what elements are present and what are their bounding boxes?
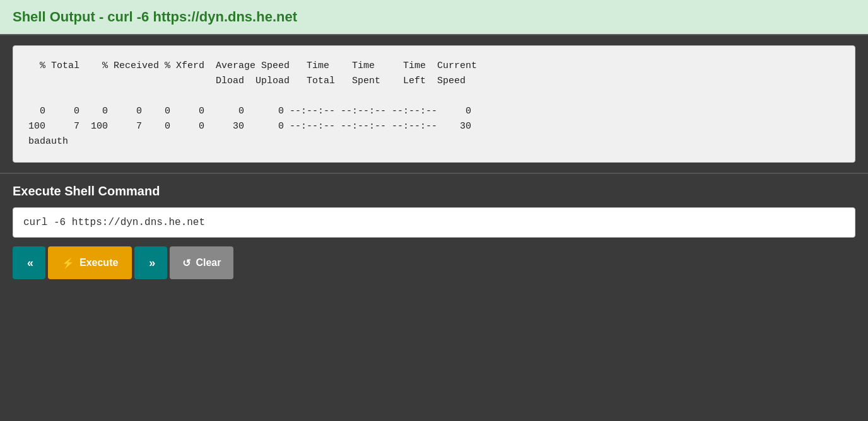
prev-button[interactable]: «: [13, 246, 45, 279]
shell-output-header: Shell Output - curl -6 https://dyn.dns.h…: [0, 0, 868, 35]
next-button[interactable]: »: [134, 246, 167, 279]
execute-section-title: Execute Shell Command: [13, 184, 855, 199]
lightning-icon: ⚡: [62, 257, 74, 269]
clear-button[interactable]: ↺ Clear: [170, 246, 233, 279]
undo-icon: ↺: [182, 257, 191, 269]
next-icon: »: [149, 257, 153, 270]
execute-section: Execute Shell Command « ⚡ Execute » ↺ Cl…: [0, 174, 868, 292]
shell-output-title: Shell Output - curl -6 https://dyn.dns.h…: [13, 9, 297, 25]
command-input[interactable]: [13, 207, 855, 238]
clear-button-label: Clear: [196, 257, 221, 268]
button-row: « ⚡ Execute » ↺ Clear: [13, 246, 855, 279]
shell-output-content: % Total % Received % Xferd Average Speed…: [28, 59, 840, 149]
execute-button-label: Execute: [79, 257, 118, 268]
prev-icon: «: [27, 257, 31, 270]
shell-output-body: % Total % Received % Xferd Average Speed…: [13, 45, 855, 163]
execute-button[interactable]: ⚡ Execute: [48, 246, 132, 279]
